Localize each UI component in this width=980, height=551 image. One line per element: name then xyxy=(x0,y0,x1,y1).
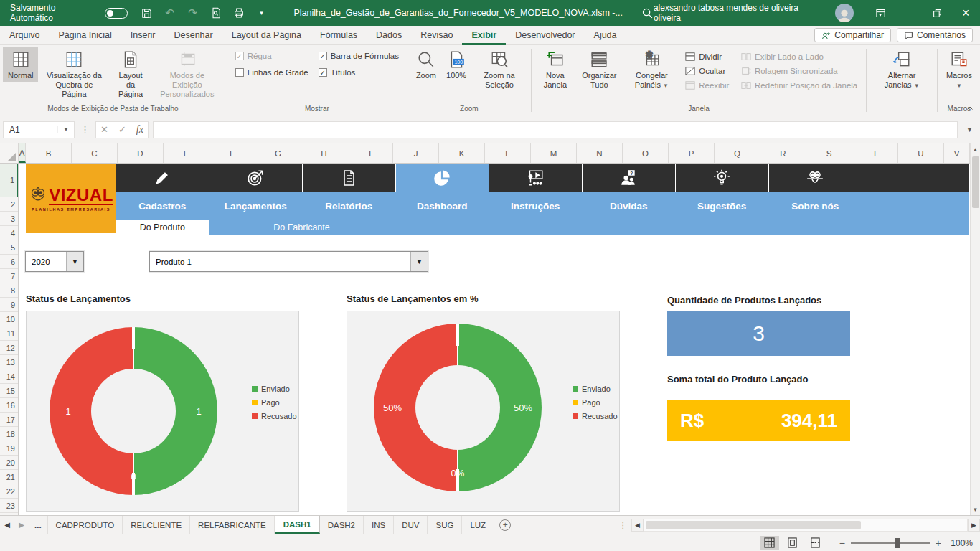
tab-layout-da-pagina[interactable]: Layout da Página xyxy=(222,26,311,45)
tab-revisao[interactable]: Revisão xyxy=(411,26,462,45)
row-header-22[interactable]: 22 xyxy=(0,484,18,499)
row-header-9[interactable]: 9 xyxy=(0,298,18,312)
column-header-D[interactable]: D xyxy=(118,143,164,163)
column-header-O[interactable]: O xyxy=(623,143,669,163)
page-break-preview-button[interactable]: Visualização da Quebra de Página xyxy=(38,47,110,100)
subtab-do-fabricante[interactable]: Do Fabricante xyxy=(209,220,395,235)
column-header-K[interactable]: K xyxy=(439,143,485,163)
subtab-do-produto[interactable]: Do Produto xyxy=(116,220,209,235)
row-header-16[interactable]: 16 xyxy=(0,398,18,413)
name-box[interactable]: A1 ▼ xyxy=(3,121,75,138)
sheet-tab-ellipsis[interactable]: ... xyxy=(29,516,48,534)
unhide-button[interactable]: Reexibir xyxy=(683,80,731,91)
sheet-tab-sug[interactable]: SUG xyxy=(428,516,462,534)
reset-window-position-button[interactable]: Redefinir Posição da Janela xyxy=(739,80,859,91)
column-header-Q[interactable]: Q xyxy=(715,143,760,163)
switch-windows-button[interactable]: Alternar Janelas ▼ xyxy=(870,47,933,91)
tab-formulas[interactable]: Fórmulas xyxy=(311,26,367,45)
print-preview-icon[interactable] xyxy=(209,6,222,19)
column-header-B[interactable]: B xyxy=(26,143,72,163)
autosave-toggle[interactable] xyxy=(105,8,128,19)
hscroll-track[interactable] xyxy=(644,519,968,532)
row-header-11[interactable]: 11 xyxy=(0,326,18,341)
tab-exibir[interactable]: Exibir xyxy=(462,26,506,45)
avatar[interactable] xyxy=(835,4,854,22)
column-header-J[interactable]: J xyxy=(393,143,439,163)
cancel-entry-icon[interactable]: ✕ xyxy=(100,124,108,135)
row-header-13[interactable]: 13 xyxy=(0,355,18,369)
vscroll-up-icon[interactable]: ▲ xyxy=(971,143,980,155)
zoom-percentage[interactable]: 100% xyxy=(946,538,973,548)
nav-icon-cadastros[interactable] xyxy=(116,164,209,192)
column-header-N[interactable]: N xyxy=(577,143,623,163)
normal-view-button[interactable]: Normal xyxy=(3,47,38,82)
row-header-10[interactable]: 10 xyxy=(0,312,18,326)
column-header-P[interactable]: P xyxy=(669,143,715,163)
tab-dados[interactable]: Dados xyxy=(367,26,411,45)
row-header-20[interactable]: 20 xyxy=(0,456,18,470)
zoom-thumb[interactable] xyxy=(895,538,900,548)
row-header-2[interactable]: 2 xyxy=(0,197,18,212)
column-header-V[interactable]: V xyxy=(944,143,970,163)
sheet-tab-relfabricante[interactable]: RELFABRICANTE xyxy=(190,516,275,534)
nav-icon-sobre-nos[interactable] xyxy=(769,164,862,192)
nav-icon-duvidas[interactable]: ? xyxy=(583,164,675,192)
select-all-corner[interactable] xyxy=(0,143,19,163)
nav-icon-lancamentos[interactable] xyxy=(209,164,302,192)
user-name[interactable]: alexsandro tabosa mendes de oliveira oli… xyxy=(654,3,826,23)
new-sheet-button[interactable]: + xyxy=(494,516,516,534)
nav-lancamentos[interactable]: Lançamentos xyxy=(209,192,302,220)
row-header-19[interactable]: 19 xyxy=(0,441,18,456)
normal-view-status-icon[interactable] xyxy=(760,536,779,550)
name-box-dropdown-icon[interactable]: ▼ xyxy=(57,126,74,133)
sheet-nav-left-icon[interactable]: ◀ xyxy=(0,516,14,534)
collapse-ribbon-icon[interactable] xyxy=(966,104,974,113)
row-header-14[interactable]: 14 xyxy=(0,369,18,384)
headings-checkbox[interactable]: Títulos xyxy=(319,68,399,77)
row-header-1[interactable]: 1 xyxy=(0,164,19,197)
search-icon[interactable] xyxy=(641,7,654,19)
nav-duvidas[interactable]: Dúvidas xyxy=(583,192,675,220)
row-header-7[interactable]: 7 xyxy=(0,269,18,283)
restore-button[interactable] xyxy=(923,0,952,26)
hide-button[interactable]: Ocultar xyxy=(683,65,731,77)
arrange-all-button[interactable]: Organizar Tudo xyxy=(575,47,623,91)
tab-desenhar[interactable]: Desenhar xyxy=(164,26,222,45)
split-button[interactable]: Dividir xyxy=(683,51,731,62)
zoom-to-selection-button[interactable]: Zoom na Seleção xyxy=(471,47,527,91)
zoom-100-button[interactable]: 100 100% xyxy=(441,47,471,82)
tab-inserir[interactable]: Inserir xyxy=(121,26,165,45)
hscroll-right-icon[interactable]: ▶ xyxy=(968,519,980,532)
row-header-17[interactable]: 17 xyxy=(0,413,18,427)
page-layout-status-icon[interactable] xyxy=(783,536,802,550)
nav-icon-sugestoes[interactable] xyxy=(676,164,768,192)
row-header-3[interactable]: 3 xyxy=(0,212,18,226)
nav-sobre-nos[interactable]: Sobre nós xyxy=(769,192,862,220)
column-header-H[interactable]: H xyxy=(301,143,347,163)
sheet-tab-dash1[interactable]: DASH1 xyxy=(275,516,320,534)
gridlines-checkbox[interactable]: Linhas de Grade xyxy=(235,68,308,77)
ruler-checkbox[interactable]: Régua xyxy=(235,52,308,60)
product-dropdown-arrow-icon[interactable]: ▼ xyxy=(410,252,428,271)
chart1-box[interactable]: 101 EnviadoPagoRecusado xyxy=(26,311,299,512)
tab-splitter-icon[interactable]: ⋮ xyxy=(615,520,632,530)
view-side-by-side-button[interactable]: Exibir Lado a Lado xyxy=(739,51,859,62)
nav-icon-instrucoes[interactable] xyxy=(489,164,582,192)
product-dropdown[interactable]: Produto 1 ▼ xyxy=(149,251,428,272)
column-header-E[interactable]: E xyxy=(164,143,209,163)
vscroll-down-icon[interactable]: ▼ xyxy=(971,504,980,515)
save-icon[interactable] xyxy=(141,6,154,19)
nav-cadastros[interactable]: Cadastros xyxy=(116,192,209,220)
formula-bar-checkbox[interactable]: Barra de Fórmulas xyxy=(319,52,399,60)
nav-sugestoes[interactable]: Sugestões xyxy=(676,192,768,220)
autosave-control[interactable]: Salvamento Automático xyxy=(10,3,128,23)
nav-dashboard[interactable]: Dashboard xyxy=(396,192,489,220)
nav-icon-relatorios[interactable] xyxy=(303,164,395,192)
year-dropdown-arrow-icon[interactable]: ▼ xyxy=(66,252,83,271)
insert-function-icon[interactable]: fx xyxy=(136,124,143,136)
hscroll-thumb[interactable] xyxy=(646,521,861,529)
sheet-nav-right-icon[interactable]: ▶ xyxy=(14,516,29,534)
chart2-box[interactable]: 50%0%50% EnviadoPagoRecusado xyxy=(347,311,620,512)
undo-icon[interactable]: ↶ xyxy=(164,6,176,19)
column-header-R[interactable]: R xyxy=(760,143,806,163)
